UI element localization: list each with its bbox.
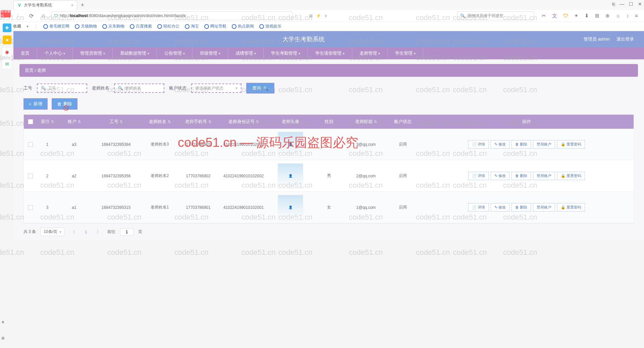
qr-icon[interactable]: ⊞ [309, 13, 313, 18]
bookmark-item[interactable]: 百度搜索 [130, 23, 152, 29]
maximize-icon[interactable]: ☐ [629, 1, 633, 7]
bookmark-item[interactable]: 网址导航 [204, 23, 226, 29]
scissors-icon[interactable]: ✂ [542, 13, 546, 19]
translate-icon[interactable]: 文 [552, 13, 557, 19]
row-checkbox[interactable] [28, 174, 33, 178]
sparkle-icon[interactable]: ✴ [574, 13, 579, 19]
nav-student[interactable]: 学生管理▾ [388, 47, 423, 59]
nav-announce[interactable]: 公告管理▾ [157, 47, 193, 59]
bookmark-item[interactable]: 热点新闻 [232, 23, 254, 29]
nav-personal[interactable]: 个人中心▾ [37, 47, 73, 59]
watermark: code51.cn [107, 248, 142, 257]
disable-button[interactable]: 禁用账户 [533, 203, 555, 212]
close-window-icon[interactable]: ✕ [638, 1, 642, 7]
nav-admin[interactable]: 管理员管理▾ [73, 47, 113, 59]
row-checkbox[interactable] [28, 205, 33, 210]
pager-total: 共 3 条 [23, 229, 36, 235]
bookmark-icon[interactable]: ⎗ [612, 1, 615, 7]
data-table: 索引⇅ 账户⇅ 工号⇅ 老师姓名⇅ 老师手机号⇅ 老师身份证号⇅ 老师头像 性别… [23, 114, 634, 224]
login-badge[interactable]: 登录账号 [1, 10, 11, 17]
nav-grade[interactable]: 成绩管理▾ [228, 47, 264, 59]
bookmark-item[interactable]: 轻松办公 [157, 23, 179, 29]
toolbar-icons: ✂ 文 🛡 ✴ ⬇ ⊞ ⊕ ☼ ↕ ≡ [538, 13, 641, 19]
row-delete-button[interactable]: 🗑 删除 [512, 203, 531, 212]
shortcut-star-icon[interactable]: ★ [3, 36, 11, 44]
detail-button[interactable]: 📄 详情 [468, 203, 489, 212]
user-label[interactable]: 管理员 admin [584, 36, 610, 42]
nav-attendance[interactable]: 学生考勤管理▾ [264, 47, 308, 59]
bookmark-item[interactable]: 老毛桃官网 [43, 23, 69, 29]
reset-pwd-button[interactable]: 🔒 重置密码 [557, 172, 585, 180]
crumb-current: 老师 [37, 68, 46, 73]
new-tab-button[interactable]: + [78, 0, 87, 10]
reset-pwd-button[interactable]: 🔒 重置密码 [557, 203, 585, 212]
goto-input[interactable] [120, 228, 133, 236]
status-select[interactable]: 请选择账户状态▾ [191, 83, 241, 93]
row-checkbox[interactable] [28, 142, 33, 147]
bolt-icon[interactable]: ⚡ [316, 13, 321, 18]
bookmark-item[interactable]: 天猫购物 [75, 23, 97, 29]
home-icon[interactable]: ⌂ [39, 11, 48, 20]
edit-button[interactable]: ✎ 修改 [491, 172, 509, 180]
edit-button[interactable]: ✎ 修改 [491, 140, 509, 149]
select-all-checkbox[interactable] [28, 119, 33, 124]
add-button[interactable]: +新增 [23, 98, 48, 110]
page-1[interactable]: 1 [82, 228, 90, 236]
watermark: code51.cn [278, 248, 313, 257]
url-input[interactable]: 🛡 http://localhost:8080/daxueshengkaoqin… [51, 11, 292, 20]
nav-leave[interactable]: 学生请假管理▾ [308, 47, 352, 59]
edit-button[interactable]: ✎ 修改 [491, 203, 509, 212]
emp-label: 工号 [23, 85, 32, 91]
logout-button[interactable]: 退出登录 [616, 36, 634, 42]
cell-phone: 17703786901 [178, 205, 218, 210]
detail-button[interactable]: 📄 详情 [468, 140, 489, 149]
page-size-select[interactable]: 10条/页▾ [41, 228, 64, 236]
search-icon: 🔍 [41, 86, 46, 91]
emp-input[interactable]: 🔍工号 [37, 83, 87, 93]
bookmark-item[interactable]: 京东购物 [102, 23, 124, 29]
disable-button[interactable]: 禁用账户 [533, 140, 555, 149]
shortcut-plus-icon[interactable]: ✚ [3, 23, 11, 32]
list-icon[interactable]: ↕ [627, 13, 629, 19]
grid-icon[interactable]: ⊞ [595, 13, 599, 19]
forward-icon[interactable]: 〉 [15, 11, 23, 20]
menu-icon[interactable]: ≡ [635, 13, 638, 19]
chevron-down-icon[interactable]: ∨ [324, 13, 327, 18]
shield-icon: 🛡 [54, 13, 58, 18]
cell-emp: 1684732395384 [91, 142, 141, 147]
nav-class[interactable]: 班级管理▾ [193, 47, 228, 59]
nav-teacher[interactable]: 老师管理▾ [352, 47, 388, 59]
close-icon[interactable]: × [71, 3, 73, 8]
bookmark-item[interactable]: 游戏娱乐 [259, 23, 281, 29]
plus-icon[interactable]: + [1, 319, 4, 325]
minimize-icon[interactable]: — [620, 1, 624, 7]
cell-sex: 女 [312, 205, 346, 210]
avatar: 👤 [278, 195, 303, 220]
reset-pwd-button[interactable]: 🔒 重置密码 [557, 140, 585, 149]
prev-page-button[interactable]: 〈 [69, 228, 77, 236]
browser-tab[interactable]: V 大学生考勤系统 × [13, 0, 77, 10]
globe-icon[interactable]: ⊕ [605, 13, 610, 19]
bookmark-bar: ★ 收藏 ▾ ｜ 老毛桃官网 天猫购物 京东购物 百度搜索 轻松办公 淘宝 网址… [0, 21, 644, 31]
search-input[interactable]: 🔍 滑稽演员傅子明逝世 [457, 11, 534, 20]
disable-button[interactable]: 禁用账户 [533, 172, 555, 180]
bookmark-item[interactable]: 淘宝 [185, 23, 199, 29]
download-icon[interactable]: ⬇ [585, 13, 589, 19]
name-input[interactable]: 🔍老师姓名 [114, 83, 164, 93]
shortcut-mail-icon[interactable]: ✉ [3, 60, 11, 68]
nav-home[interactable]: 首页 [13, 47, 37, 59]
crumb-home[interactable]: 首页 [25, 68, 34, 73]
row-delete-button[interactable]: 🗑 删除 [512, 140, 531, 149]
nav-base-data[interactable]: 基础数据管理▾ [113, 47, 157, 59]
detail-button[interactable]: 📄 详情 [468, 172, 489, 180]
shield-check-icon[interactable]: 🛡 [563, 13, 568, 19]
plus-icon: + [29, 102, 32, 107]
far-left-panel: + ≡ [1, 319, 4, 341]
shortcut-weibo-icon[interactable]: ◉ [3, 48, 11, 56]
next-page-button[interactable]: 〉 [95, 228, 103, 236]
reload-icon[interactable]: ⟳ [27, 11, 36, 20]
sun-icon[interactable]: ☼ [616, 13, 621, 19]
query-button[interactable]: 查询🔍 [246, 83, 274, 94]
row-delete-button[interactable]: 🗑 删除 [512, 172, 531, 180]
list-toggle-icon[interactable]: ≡ [1, 335, 4, 341]
